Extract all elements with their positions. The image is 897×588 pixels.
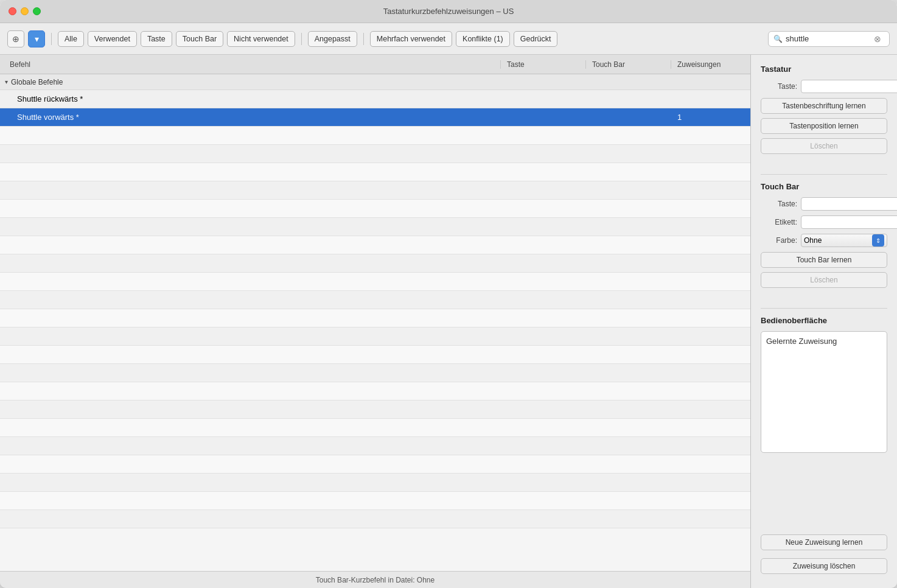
right-panel: Tastatur Taste: Tastenbeschriftung lerne… (751, 55, 897, 588)
neue-zuweisung-button[interactable]: Neue Zuweisung lernen (761, 534, 887, 550)
filter-all-button[interactable]: Alle (58, 31, 84, 47)
status-bar: Touch Bar-Kurzbefehl in Datei: Ohne (0, 571, 750, 588)
empty-row (0, 455, 750, 474)
separator-2 (301, 33, 302, 45)
maximize-button[interactable] (33, 7, 41, 15)
empty-row (0, 291, 750, 309)
col-taste: Taste (501, 60, 586, 69)
empty-row (0, 200, 750, 218)
row-cmd-2: Shuttle vorwärts * (0, 113, 501, 122)
zuweisungs-text: Gelernte Zuweisung (766, 337, 837, 346)
plus-circle-icon: ⊕ (12, 34, 19, 44)
farbe-select[interactable]: Ohne ⇕ (801, 234, 887, 247)
empty-row (0, 419, 750, 437)
empty-row (0, 273, 750, 291)
empty-row (0, 510, 750, 528)
left-panel: Befehl Taste Touch Bar Zuweisungen ▾ Glo… (0, 55, 751, 588)
loeschen-touchbar-button[interactable]: Löschen (761, 272, 887, 288)
select-arrow-icon: ⇕ (872, 234, 884, 247)
touchbar-title: Touch Bar (761, 182, 887, 191)
empty-row (0, 327, 750, 346)
filter-nicht-verwendet-button[interactable]: Nicht verwendet (227, 31, 295, 47)
search-input[interactable] (786, 34, 871, 43)
empty-row (0, 437, 750, 455)
status-text: Touch Bar-Kurzbefehl in Datei: Ohne (316, 576, 435, 584)
touchbar-lernen-button[interactable]: Touch Bar lernen (761, 252, 887, 268)
empty-row (0, 163, 750, 181)
tastenposition-button[interactable]: Tastenposition lernen (761, 118, 887, 134)
zuweisungs-area: Gelernte Zuweisung (761, 331, 887, 453)
window: Tastaturkurzbefehlzuweisungen – US ⊕ ▾ A… (0, 0, 897, 588)
table-body: ▾ Globale Befehle Shuttle rückwärts * Sh… (0, 74, 750, 571)
row-zuweisungen-2: 1 (671, 113, 750, 122)
empty-row (0, 218, 750, 236)
touchbar-section: Touch Bar Taste: Etikett: Farbe: Ohne ⇕ (761, 182, 887, 292)
add-icon[interactable]: ⊕ (7, 30, 24, 47)
table-row[interactable]: Shuttle rückwärts * (0, 90, 750, 108)
col-befehl: Befehl (0, 60, 501, 69)
filter-touchbar-button[interactable]: Touch Bar (176, 31, 223, 47)
etikett-row: Etikett: (761, 215, 887, 229)
tastatur-title: Tastatur (761, 65, 887, 74)
minimize-button[interactable] (21, 7, 29, 15)
bottom-buttons: Neue Zuweisung lernen Zuweisung löschen (761, 534, 887, 578)
bedien-title: Bedienoberfläche (761, 316, 887, 325)
farbe-row: Farbe: Ohne ⇕ (761, 234, 887, 247)
table-header: Befehl Taste Touch Bar Zuweisungen (0, 55, 750, 74)
touchbar-taste-input[interactable] (801, 197, 897, 211)
filter-konflikte-button[interactable]: Konflikte (1) (456, 31, 510, 47)
col-touchbar: Touch Bar (586, 60, 671, 69)
empty-row (0, 382, 750, 401)
chevron-down-icon: ▾ (35, 34, 39, 44)
close-button[interactable] (9, 7, 16, 15)
zuweisung-loeschen-button[interactable]: Zuweisung löschen (761, 558, 887, 574)
empty-row (0, 145, 750, 163)
main-content: Befehl Taste Touch Bar Zuweisungen ▾ Glo… (0, 55, 897, 588)
empty-row (0, 492, 750, 510)
traffic-lights (9, 7, 41, 15)
tastenbeschriftung-button[interactable]: Tastenbeschriftung lernen (761, 98, 887, 114)
taste-input[interactable] (801, 80, 897, 93)
farbe-label: Farbe: (761, 236, 797, 245)
empty-row (0, 254, 750, 273)
bedien-section: Bedienoberfläche Gelernte Zuweisung (761, 316, 887, 459)
dropdown-icon-btn[interactable]: ▾ (28, 30, 45, 47)
col-zuweisungen: Zuweisungen (671, 60, 750, 69)
empty-rows (0, 127, 750, 528)
etikett-label: Etikett: (761, 218, 797, 226)
empty-row (0, 309, 750, 327)
loeschen-tastatur-button[interactable]: Löschen (761, 138, 887, 154)
empty-row (0, 364, 750, 382)
table-row-selected[interactable]: Shuttle vorwärts * 1 (0, 108, 750, 127)
taste-label: Taste: (761, 82, 797, 91)
tastatur-section: Tastatur Taste: Tastenbeschriftung lerne… (761, 65, 887, 158)
empty-row (0, 474, 750, 492)
etikett-input[interactable] (801, 215, 897, 229)
empty-row (0, 181, 750, 200)
titlebar: Tastaturkurzbefehlzuweisungen – US (0, 0, 897, 23)
filter-verwendet-button[interactable]: Verwendet (88, 31, 137, 47)
tastatur-taste-row: Taste: (761, 80, 887, 93)
farbe-value: Ohne (804, 236, 822, 245)
empty-row (0, 236, 750, 254)
touchbar-taste-label: Taste: (761, 200, 797, 208)
filter-gedrueckt-button[interactable]: Gedrückt (514, 31, 558, 47)
filter-angepasst-button[interactable]: Angepasst (308, 31, 357, 47)
separator-1 (51, 33, 52, 45)
divider-2 (761, 308, 887, 309)
group-collapse-icon: ▾ (5, 79, 8, 85)
separator-3 (363, 33, 364, 45)
empty-row (0, 401, 750, 419)
toolbar: ⊕ ▾ Alle Verwendet Taste Touch Bar Nicht… (0, 23, 897, 55)
filter-taste-button[interactable]: Taste (141, 31, 172, 47)
empty-row (0, 346, 750, 364)
search-clear-button[interactable]: ⊗ (874, 34, 881, 44)
divider-1 (761, 174, 887, 175)
filter-mehrfach-button[interactable]: Mehrfach verwendet (370, 31, 452, 47)
touchbar-taste-row: Taste: (761, 197, 887, 211)
empty-row (0, 127, 750, 145)
group-name: Globale Befehle (11, 78, 63, 86)
window-title: Tastaturkurzbefehlzuweisungen – US (383, 7, 514, 16)
group-header[interactable]: ▾ Globale Befehle (0, 74, 750, 90)
search-icon: 🔍 (773, 35, 783, 43)
